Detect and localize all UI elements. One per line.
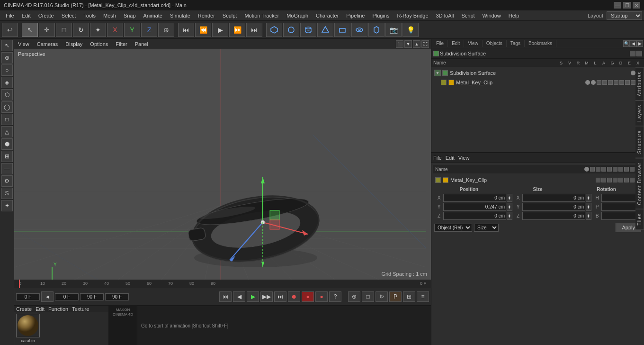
metalkeyclip-color[interactable] [448, 80, 454, 85]
rt-back-button[interactable]: ◀ [630, 40, 636, 47]
menu-create[interactable]: Create [35, 12, 58, 19]
lt-move[interactable]: ⊕ [1, 52, 13, 64]
play-prev-button[interactable]: ⏪ [195, 23, 211, 37]
lt-paint[interactable]: ○ [1, 64, 13, 76]
pos-y-field[interactable] [443, 203, 506, 211]
lt-s[interactable]: S [1, 188, 13, 199]
cylinder-button[interactable] [300, 23, 316, 37]
prop-icon-r[interactable] [596, 167, 600, 172]
vp-menu-options[interactable]: Options [88, 41, 110, 47]
menu-render[interactable]: Render [194, 12, 219, 19]
vp-menu-view[interactable]: View [16, 41, 31, 47]
cone-button[interactable] [317, 23, 333, 37]
vp-menu-cameras[interactable]: Cameras [35, 41, 60, 47]
lt-grid[interactable]: ⊞ [1, 151, 13, 162]
mat-menu-edit[interactable]: Edit [36, 306, 45, 312]
axis-z-button[interactable]: Z [141, 23, 157, 37]
edge-tab-layers[interactable]: Layers [635, 100, 644, 126]
vp-menu-filter[interactable]: Filter [114, 41, 129, 47]
light-button[interactable]: 💡 [402, 23, 419, 37]
rotate-tool-button[interactable]: ↻ [73, 23, 89, 37]
prop-dot-s[interactable] [584, 167, 589, 172]
mk-tag-1[interactable] [597, 80, 601, 85]
prop-icon-v[interactable] [590, 167, 595, 172]
play-end-button[interactable]: ⏭ [246, 23, 262, 37]
restore-button[interactable]: ❐ [623, 2, 631, 9]
rt-search-button[interactable]: 🔍 [623, 40, 630, 47]
timeline-ruler[interactable]: 0 10 20 30 40 50 60 70 80 90 0 F [14, 280, 431, 288]
help-button[interactable]: ? [329, 291, 341, 302]
props-tag-2[interactable] [601, 178, 606, 182]
vp-menu-display[interactable]: Display [63, 41, 84, 47]
menu-sculpt[interactable]: Sculpt [219, 12, 241, 19]
layout-select[interactable]: Startup Standard [607, 11, 642, 20]
menu-pipeline[interactable]: Pipeline [342, 12, 368, 19]
obj-green-icon[interactable] [433, 51, 439, 56]
object-row-subdivision[interactable]: ▼ Subdivision Surface [432, 68, 643, 78]
mk-tag-2[interactable] [602, 80, 607, 85]
obj-rel-select[interactable]: Object (Rel) World Parent [434, 224, 472, 232]
menu-file[interactable]: File [2, 12, 18, 19]
rt-fwd-button[interactable]: ▶ [636, 40, 643, 47]
lt-line[interactable]: — [1, 163, 13, 174]
prop-icon-m[interactable] [601, 167, 606, 172]
menu-edit[interactable]: Edit [18, 12, 35, 19]
menu-plugins[interactable]: Plugins [368, 12, 393, 19]
edge-tab-tiles[interactable]: Tiles [635, 209, 644, 230]
step-fwd-button[interactable]: ▶▶ [260, 291, 273, 302]
lt-edge[interactable]: ⬡ [1, 89, 13, 100]
mk-tag-5[interactable] [619, 80, 624, 85]
props-tag-1[interactable] [596, 178, 600, 182]
start-frame-field[interactable] [55, 293, 79, 300]
vp-icon-fullscreen[interactable]: ⛶ [421, 40, 429, 48]
bo-menu-file[interactable]: File [433, 155, 442, 161]
prop-icon-l[interactable] [607, 167, 612, 172]
obj-icon-check[interactable] [636, 51, 642, 56]
vp-menu-panel[interactable]: Panel [133, 41, 150, 47]
menu-window[interactable]: Window [479, 12, 505, 19]
go-start-button[interactable]: ⏮ [219, 291, 232, 302]
vp-icon-3[interactable]: ▲ [413, 40, 420, 48]
props-tag-3[interactable] [607, 178, 612, 182]
rt-tab-view[interactable]: View [464, 40, 483, 47]
play-fwd-button[interactable]: ▶ [247, 291, 259, 302]
props-tag-5[interactable] [618, 178, 623, 182]
rt-tab-objects[interactable]: Objects [483, 40, 507, 47]
axis-x-button[interactable]: X [107, 23, 123, 37]
mk-tag-7[interactable] [631, 80, 635, 85]
menu-help[interactable]: Help [505, 12, 523, 19]
pos-x-field[interactable] [443, 194, 506, 202]
select-tool-button[interactable]: ↖ [22, 23, 38, 37]
menu-character[interactable]: Character [312, 12, 342, 19]
lt-box[interactable]: □ [1, 114, 13, 125]
curves-button[interactable]: ≡ [417, 291, 429, 302]
menu-mesh[interactable]: Mesh [99, 12, 120, 19]
menu-3dtoall[interactable]: 3DToAll [432, 12, 458, 19]
props-tag-7[interactable] [630, 178, 635, 182]
rt-tab-file[interactable]: File [432, 40, 448, 47]
mk-tag-6[interactable] [625, 80, 630, 85]
props-obj-color[interactable] [443, 177, 448, 183]
scale-tool-button[interactable]: □ [56, 23, 72, 37]
coord-button[interactable]: ⊕ [158, 23, 174, 37]
lt-star[interactable]: ✦ [1, 200, 13, 211]
mat-menu-texture[interactable]: Texture [72, 306, 89, 312]
minimize-button[interactable]: — [614, 2, 621, 9]
loop-button[interactable]: ↻ [376, 291, 388, 302]
auto-key-button[interactable]: ● [302, 291, 314, 302]
cube-button[interactable] [266, 23, 282, 37]
menu-script[interactable]: Script [457, 12, 478, 19]
bo-menu-view[interactable]: View [458, 155, 470, 161]
lt-poly[interactable]: ◈ [1, 77, 13, 88]
mat-menu-function[interactable]: Function [48, 306, 68, 312]
tc-arrow-left-small[interactable]: ◂ [41, 291, 54, 302]
size-z-field[interactable] [522, 212, 585, 220]
key-mode-button[interactable]: □ [362, 291, 374, 302]
vp-icon-1[interactable]: ⬛ [396, 40, 403, 48]
axis-y-button[interactable]: Y [124, 23, 140, 37]
rt-tab-tags[interactable]: Tags [507, 40, 525, 47]
edge-tab-content-browser[interactable]: Content Browser [635, 158, 644, 209]
pos-z-spinner[interactable]: ⬍ [507, 212, 512, 220]
camera-button[interactable]: 📷 [385, 23, 402, 37]
rt-tab-bookmarks[interactable]: Bookmarks [525, 40, 556, 47]
